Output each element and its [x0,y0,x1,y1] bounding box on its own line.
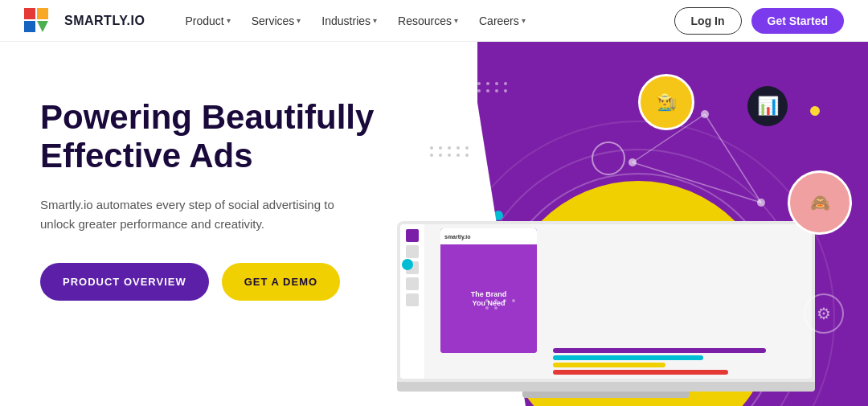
analytics-icon-badge: 📊 [747,86,788,126]
ad-preview-card: smartly.io The BrandYou Need [440,228,537,353]
chevron-down-icon: ▾ [454,16,458,25]
svg-rect-2 [37,8,48,19]
dots-grid-top [477,82,509,92]
hero-right: 👨‍🌾 🙈 📊 ⚙ [477,42,868,406]
nav-item-services[interactable]: Services ▾ [244,10,309,32]
svg-line-6 [705,114,761,203]
chevron-down-icon: ▾ [297,16,301,25]
hero-description: Smartly.io automates every step of socia… [40,195,362,234]
nav-links: Product ▾ Services ▾ Industries ▾ Resour… [177,10,674,32]
navbar: SMARTLY.IO Product ▾ Services ▾ Industri… [0,0,868,42]
nav-actions: Log In Get Started [674,7,844,35]
svg-rect-1 [24,21,35,32]
nav-item-careers[interactable]: Careers ▾ [471,10,534,32]
laptop-screen-inner: smartly.io The BrandYou Need [400,224,812,379]
logo-icon [24,8,58,34]
avatar-top-center: 👨‍🌾 [638,74,694,130]
laptop-content: smartly.io The BrandYou Need [424,224,812,379]
laptop-screen: smartly.io The BrandYou Need [397,221,815,382]
bar-chart-icon: 📊 [757,96,779,117]
gear-circle: ⚙ [804,293,844,334]
dots-grid-center [430,146,470,157]
laptop-chart [553,348,804,372]
nav-item-product[interactable]: Product ▾ [177,10,238,32]
product-overview-button[interactable]: PRODUCT OVERVIEW [40,263,209,301]
svg-rect-0 [24,8,35,19]
nav-item-resources[interactable]: Resources ▾ [390,10,466,32]
chevron-down-icon: ▾ [522,16,526,25]
svg-point-9 [757,199,765,207]
login-button[interactable]: Log In [674,7,742,35]
laptop-mockup: smartly.io The BrandYou Need [397,221,815,398]
get-started-button[interactable]: Get Started [751,8,844,34]
hero-title: Powering Beautifully Effective Ads [40,98,426,176]
gear-icon: ⚙ [817,304,831,323]
logo-text: SMARTLY.IO [64,14,145,28]
svg-marker-3 [37,21,48,32]
laptop-base [397,382,815,392]
teal-dot-left [402,259,413,270]
svg-line-5 [633,162,761,203]
laptop-sidebar [400,224,424,379]
chevron-down-icon: ▾ [227,16,231,25]
hero-section: Powering Beautifully Effective Ads Smart… [0,42,868,406]
svg-point-7 [628,158,637,166]
chevron-down-icon: ▾ [373,16,377,25]
nav-item-industries[interactable]: Industries ▾ [313,10,385,32]
laptop-stand [522,392,690,398]
ad-preview-header: smartly.io [440,228,537,244]
get-demo-button[interactable]: GET A DEMO [222,263,340,301]
svg-point-8 [701,110,709,118]
dots-grid-bottom [485,299,517,310]
logo[interactable]: SMARTLY.IO [24,8,145,34]
svg-point-10 [592,142,624,174]
hero-buttons: PRODUCT OVERVIEW GET A DEMO [40,263,437,301]
avatar-right: 🙈 [788,170,852,235]
